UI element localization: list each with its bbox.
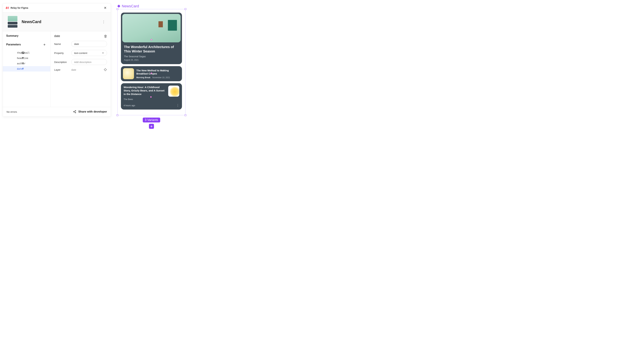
- svg-point-3: [74, 111, 74, 112]
- parameters-section: Parameters: [6, 43, 21, 46]
- property-label: Property: [54, 52, 68, 54]
- card-author: The Seasonal Sagas: [124, 55, 179, 58]
- selection-dot: [151, 39, 152, 40]
- layer-label: Layer: [54, 68, 68, 71]
- plugin-titlebar: Relay for Figma ✕: [3, 3, 111, 12]
- parameter-list: thumbnail headline author: [3, 50, 50, 71]
- more-menu-icon[interactable]: ⋮: [100, 19, 107, 25]
- panel-content: Summary Parameters ＋ thumbnail headline: [3, 31, 111, 107]
- param-thumbnail[interactable]: thumbnail: [3, 50, 50, 55]
- svg-point-2: [104, 69, 106, 71]
- close-icon[interactable]: ✕: [103, 5, 108, 10]
- property-select[interactable]: text-content: [71, 50, 107, 56]
- selection-dot: [150, 96, 152, 98]
- card-thumbnail: [122, 14, 180, 42]
- card-date: November 10, 2021: [152, 76, 170, 79]
- component-header: NewsCard ⋮: [3, 12, 111, 31]
- share-with-developer-button[interactable]: Share with developer: [73, 110, 107, 113]
- card-author: Morning Break: [136, 76, 150, 79]
- card-more-icon[interactable]: ⋮: [176, 104, 179, 107]
- summary-section[interactable]: Summary: [3, 34, 50, 40]
- svg-rect-0: [22, 52, 24, 54]
- relay-plugin-panel: Relay for Figma ✕ NewsCard ⋮ Summary Par…: [3, 3, 111, 117]
- image-icon: [12, 51, 15, 54]
- resize-handle-bl[interactable]: [116, 114, 118, 116]
- detail-title: date: [54, 34, 60, 38]
- component-set-frame[interactable]: The Wonderful Architectures of This Wint…: [118, 9, 186, 115]
- layer-value: date: [71, 68, 76, 71]
- sidebar: Summary Parameters ＋ thumbnail headline: [3, 31, 50, 107]
- news-card-row-left-variant[interactable]: The New Method to Making Breakfast Crepe…: [121, 66, 182, 81]
- text-icon: [12, 62, 15, 65]
- card-date: August 25, 2021: [124, 59, 179, 61]
- card-author: The Bees: [124, 98, 179, 101]
- name-label: Name: [54, 42, 68, 45]
- variants-count-badge: 3 Variants: [143, 118, 160, 122]
- component-name: NewsCard: [22, 19, 41, 24]
- text-icon: [12, 57, 15, 59]
- relay-logo-icon: [6, 7, 9, 9]
- status-text: No errors: [6, 110, 17, 113]
- add-variant-button[interactable]: ＋: [149, 124, 154, 129]
- target-layer-icon[interactable]: [104, 68, 107, 71]
- card-headline: The Wonderful Architectures of This Wint…: [124, 45, 179, 53]
- card-headline: The New Method to Making Breakfast Crepe…: [136, 69, 180, 75]
- panel-footer: No errors Share with developer: [3, 107, 111, 116]
- news-card-hero-variant[interactable]: The Wonderful Architectures of This Wint…: [121, 12, 182, 64]
- card-thumbnail: [123, 68, 134, 79]
- component-set-label[interactable]: NewsCard: [118, 4, 186, 8]
- resize-handle-br[interactable]: [185, 114, 186, 116]
- param-date[interactable]: date: [3, 66, 50, 71]
- plugin-title: Relay for Figma: [10, 6, 28, 9]
- param-author[interactable]: author: [3, 61, 50, 66]
- svg-point-4: [75, 110, 76, 111]
- chevron-down-icon: [102, 52, 104, 54]
- resize-handle-tl[interactable]: [116, 8, 118, 10]
- component-set-icon: [118, 5, 120, 8]
- delete-icon[interactable]: [104, 34, 107, 38]
- name-input[interactable]: date: [71, 41, 107, 47]
- selection-dot: [151, 73, 152, 74]
- add-parameter-icon[interactable]: ＋: [42, 41, 47, 48]
- text-icon: [12, 67, 15, 70]
- svg-point-1: [22, 52, 23, 53]
- figma-canvas: NewsCard The Wonderful Architectures of …: [118, 4, 186, 115]
- card-date: 4 hours ago: [124, 104, 135, 107]
- resize-handle-tr[interactable]: [185, 8, 186, 10]
- parameter-detail: date Name date Property text-content: [50, 31, 111, 107]
- news-card-row-right-variant[interactable]: Wondering Hour: A Childhood Story, Grizz…: [121, 83, 182, 110]
- description-label: Description: [54, 61, 68, 63]
- share-icon: [73, 110, 76, 113]
- card-headline: Wondering Hour: A Childhood Story, Grizz…: [124, 86, 166, 97]
- card-thumbnail: [168, 86, 179, 97]
- param-headline[interactable]: headline: [3, 55, 50, 61]
- svg-point-5: [75, 112, 76, 113]
- component-thumbnail: [7, 15, 18, 28]
- description-input[interactable]: Add description: [71, 59, 107, 65]
